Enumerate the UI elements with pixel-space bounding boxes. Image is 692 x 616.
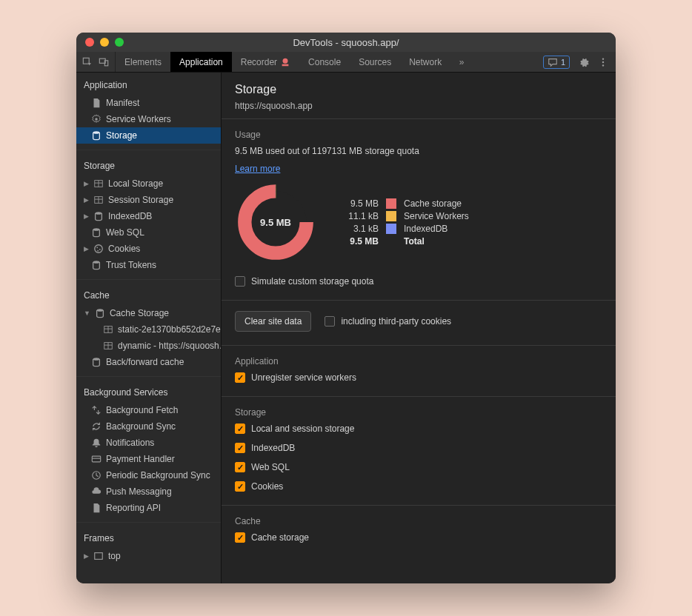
device-toggle-icon[interactable]	[99, 57, 109, 67]
database-icon	[91, 357, 102, 367]
sidebar-item-reporting[interactable]: Reporting API	[76, 500, 221, 516]
document-icon	[91, 503, 102, 513]
sidebar-item-push[interactable]: Push Messaging	[76, 483, 221, 500]
chevron-down-icon: ▼	[84, 307, 90, 319]
close-icon[interactable]	[85, 38, 94, 47]
websql-checkbox[interactable]	[235, 462, 245, 472]
sidebar-item-label: Notifications	[106, 437, 154, 449]
svg-point-8	[95, 118, 98, 121]
database-icon	[91, 227, 102, 238]
legend-label: Service Workers	[404, 211, 469, 221]
sidebar-item-cookies[interactable]: ▶ Cookies	[76, 241, 221, 257]
indexeddb-checkbox[interactable]	[235, 443, 245, 453]
tab-console[interactable]: Console	[299, 52, 350, 72]
traffic-lights	[85, 38, 124, 47]
sidebar-item-session-storage[interactable]: ▶ Session Storage	[76, 192, 221, 208]
gear-icon[interactable]	[579, 57, 589, 67]
sidebar-item-payment[interactable]: Payment Handler	[76, 451, 221, 467]
tab-overflow[interactable]: »	[450, 52, 473, 72]
sidebar-item-label: IndexedDB	[108, 210, 152, 222]
sidebar-item-manifest[interactable]: Manifest	[76, 95, 221, 111]
include-third-party-checkbox[interactable]	[325, 316, 335, 327]
document-icon	[91, 98, 102, 108]
sidebar-header-cache: Cache	[76, 287, 221, 305]
usage-title: Usage	[235, 130, 602, 140]
sidebar-item-notifications[interactable]: Notifications	[76, 435, 221, 451]
page-title: Storage	[235, 83, 602, 96]
legend-value: 3.1 kB	[339, 224, 379, 234]
sidebar-item-storage[interactable]: Storage	[76, 127, 221, 144]
sidebar-item-trust-tokens[interactable]: Trust Tokens	[76, 257, 221, 273]
svg-point-22	[93, 261, 100, 264]
sidebar-item-label: Periodic Background Sync	[106, 469, 210, 481]
table-icon	[103, 324, 113, 335]
unregister-sw-checkbox[interactable]	[235, 372, 245, 383]
tab-application[interactable]: Application	[170, 52, 232, 72]
sidebar-item-cache-static[interactable]: static-2e1370bb652d2e7e…	[76, 321, 221, 338]
sidebar-item-bfcache[interactable]: Back/forward cache	[76, 354, 221, 370]
svg-rect-31	[92, 456, 100, 462]
cache-section-title: Cache	[235, 516, 602, 526]
table-icon	[103, 341, 113, 351]
tab-elements[interactable]: Elements	[116, 52, 170, 72]
learn-more-link[interactable]: Learn more	[235, 164, 280, 174]
swatch-icon	[386, 224, 396, 234]
sidebar-item-bg-fetch[interactable]: Background Fetch	[76, 402, 221, 418]
sidebar-item-indexeddb[interactable]: ▶ IndexedDB	[76, 208, 221, 224]
sidebar-item-label: Trust Tokens	[106, 259, 156, 271]
sidebar-item-frame-top[interactable]: ▶ top	[76, 548, 221, 564]
simulate-quota-checkbox[interactable]	[235, 276, 245, 287]
cookies-checkbox[interactable]	[235, 481, 245, 492]
svg-point-21	[97, 250, 99, 252]
sidebar-item-cache-storage[interactable]: ▼ Cache Storage	[76, 305, 221, 321]
sidebar-item-periodic-sync[interactable]: Periodic Background Sync	[76, 467, 221, 483]
sidebar-item-label: Push Messaging	[106, 486, 172, 498]
svg-point-18	[95, 245, 103, 253]
sidebar-item-label: Back/forward cache	[106, 356, 184, 368]
svg-point-3	[283, 58, 288, 63]
minimize-icon[interactable]	[100, 38, 109, 47]
window-title: DevTools - squoosh.app/	[76, 37, 616, 48]
gear-small-icon	[91, 114, 102, 124]
svg-rect-34	[95, 553, 103, 560]
svg-point-9	[93, 131, 100, 134]
svg-point-7	[602, 64, 604, 66]
tabbar: Elements Application Recorder Console So…	[76, 52, 616, 73]
swatch-icon	[386, 211, 396, 221]
legend-label: Cache storage	[404, 198, 462, 209]
sidebar-item-service-workers[interactable]: Service Workers	[76, 111, 221, 127]
sidebar-item-websql[interactable]: Web SQL	[76, 224, 221, 241]
clear-site-data-button[interactable]: Clear site data	[235, 311, 311, 332]
sidebar-item-label: static-2e1370bb652d2e7e…	[118, 324, 221, 335]
kebab-icon[interactable]	[598, 57, 608, 67]
tab-sources[interactable]: Sources	[350, 52, 400, 72]
sidebar-item-bg-sync[interactable]: Background Sync	[76, 418, 221, 435]
svg-point-6	[602, 61, 604, 62]
legend-label: IndexedDB	[404, 224, 448, 234]
inspect-icon[interactable]	[82, 57, 93, 67]
local-session-label: Local and session storage	[251, 424, 354, 434]
svg-rect-0	[83, 58, 89, 64]
donut-total-label: 9.5 MB	[235, 181, 316, 263]
cloud-icon	[91, 486, 102, 497]
legend-value: 11.1 kB	[339, 211, 379, 221]
usage-donut-chart: 9.5 MB	[235, 181, 316, 263]
sidebar-item-label: Reporting API	[106, 502, 161, 514]
bell-icon	[91, 438, 102, 448]
tab-network[interactable]: Network	[400, 52, 450, 72]
maximize-icon[interactable]	[115, 38, 124, 47]
sidebar-item-cache-dynamic[interactable]: dynamic - https://squoosh…	[76, 338, 221, 354]
tab-recorder[interactable]: Recorder	[232, 52, 299, 72]
main-panel: Storage https://squoosh.app Usage 9.5 MB…	[222, 73, 616, 583]
local-session-checkbox[interactable]	[235, 424, 245, 434]
chevron-right-icon: ▶	[84, 210, 89, 222]
sidebar-item-local-storage[interactable]: ▶ Local Storage	[76, 175, 221, 192]
usage-summary: 9.5 MB used out of 1197131 MB storage qu…	[235, 146, 602, 156]
svg-point-23	[97, 309, 104, 312]
sidebar-item-label: Web SQL	[106, 227, 144, 238]
titlebar: DevTools - squoosh.app/	[76, 33, 616, 52]
legend-row-idb: 3.1 kB IndexedDB	[339, 224, 469, 234]
issues-button[interactable]: 1	[543, 56, 570, 69]
svg-point-19	[96, 247, 98, 248]
cache-storage-checkbox[interactable]	[235, 532, 245, 543]
